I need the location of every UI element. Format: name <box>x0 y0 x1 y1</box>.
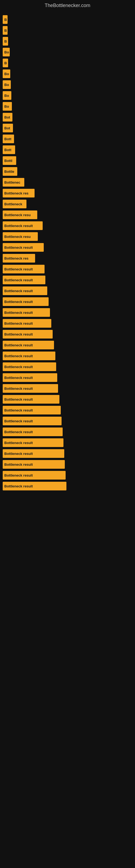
bar: Bottle <box>3 167 17 176</box>
bar-label: Bottleneck result <box>4 419 33 423</box>
bar-row: Bottleneck result <box>3 308 132 317</box>
bar-label: Bottleneck result <box>4 343 33 347</box>
bar: Bottleneck result <box>3 221 43 230</box>
bar-row: Bottleneck result <box>3 438 132 447</box>
bar: Bo <box>3 48 10 56</box>
bar-label: Bot <box>4 115 10 119</box>
bar-row: Bott <box>3 134 132 143</box>
bar: Bottleneck result <box>3 297 49 306</box>
bar: Bottleneck <box>3 199 27 208</box>
bar-label: Bottl <box>4 159 12 163</box>
bar-row: Bottleneck result <box>3 341 132 349</box>
bar: Bottleneck result <box>3 265 45 273</box>
bar: Bottleneck result <box>3 416 61 425</box>
bar-label: Bottleneck result <box>4 321 33 326</box>
bar-label: Bottleneck result <box>4 484 33 488</box>
bar: Bottleneck result <box>3 438 63 447</box>
bar-label: Bottleneck result <box>4 289 33 293</box>
bar-row: Bottleneck result <box>3 243 132 252</box>
bar: B <box>3 26 8 35</box>
bar: Bo <box>3 102 12 111</box>
bar-label: B <box>4 29 7 33</box>
bar-label: B <box>4 61 7 65</box>
bar-row: Bottl <box>3 156 132 165</box>
bar-row: Bottleneck result <box>3 319 132 328</box>
bar: Bottleneck result <box>3 286 47 295</box>
bar-row: Bottleneck result <box>3 449 132 458</box>
bar-row: Bottleneck result <box>3 276 132 284</box>
bar-label: Bottleneck result <box>4 408 33 412</box>
bar-label: Bottlenec <box>4 180 20 184</box>
bar-row: Bottleneck result <box>3 416 132 425</box>
bar: Bottleneck result <box>3 373 57 382</box>
bar-label: Bottleneck result <box>4 376 33 380</box>
bar: Bottleneck result <box>3 460 65 469</box>
bar-row: Bottleneck result <box>3 362 132 371</box>
bar-row: B <box>3 37 132 45</box>
bar-row: Bottleneck resu <box>3 232 132 241</box>
bar: B <box>3 37 8 45</box>
bar-label: Bottleneck result <box>4 463 33 467</box>
bar-row: Bo <box>3 48 132 56</box>
bar-row: Bottleneck result <box>3 351 132 360</box>
bar-label: Bo <box>4 83 9 87</box>
bar-row: Bot <box>3 113 132 122</box>
bar: B <box>3 59 8 67</box>
bar: B <box>3 15 8 24</box>
bar: Bott <box>3 145 15 154</box>
bar-row: Bottleneck result <box>3 471 132 479</box>
bar-label: Bottleneck result <box>4 311 33 315</box>
bar: Bottleneck result <box>3 330 53 339</box>
bar-label: Bottleneck result <box>4 278 33 282</box>
bar-row: Bottleneck result <box>3 265 132 273</box>
bar-row: Bottleneck res <box>3 254 132 262</box>
bar-row: Bo <box>3 102 132 111</box>
bar-row: Bottleneck result <box>3 373 132 382</box>
bar-label: Bott <box>4 148 11 152</box>
bar: Bottleneck result <box>3 319 51 328</box>
bar: Bottleneck result <box>3 482 66 490</box>
bar-row: Bottle <box>3 167 132 176</box>
bar-label: Bott <box>4 137 11 141</box>
bar-row: Bottleneck result <box>3 221 132 230</box>
bar-label: Bottleneck result <box>4 246 33 250</box>
bar: Bot <box>3 124 13 132</box>
bar-label: B <box>4 39 7 43</box>
bar: Bottleneck result <box>3 406 61 414</box>
bar-label: Bottleneck result <box>4 332 33 336</box>
bar-label: Bottleneck resu <box>4 213 31 217</box>
bar-label: Bottleneck res <box>4 191 29 195</box>
bar: Bottleneck result <box>3 276 45 284</box>
bar-label: Bo <box>4 50 9 54</box>
bar-row: Bo <box>3 91 132 100</box>
bar-label: Bottleneck result <box>4 386 33 391</box>
bar-label: Bottleneck result <box>4 224 33 228</box>
bar-row: Bo <box>3 69 132 78</box>
bar-row: Bottleneck resu <box>3 211 132 219</box>
bar-label: Bo <box>4 94 9 98</box>
bar-row: Bottleneck result <box>3 482 132 490</box>
bar: Bottlenec <box>3 178 24 187</box>
bar-row: B <box>3 59 132 67</box>
bar-label: Bottleneck result <box>4 452 33 456</box>
bar-label: Bottle <box>4 169 14 174</box>
bars-container: BBBBoBBoBoBoBoBotBotBottBottBottlBottleB… <box>0 10 135 495</box>
bar-label: Bottleneck <box>4 202 22 206</box>
bar: Bottleneck result <box>3 351 55 360</box>
bar: Bottleneck result <box>3 395 59 404</box>
bar-label: Bottleneck result <box>4 267 33 271</box>
bar: Bottleneck resu <box>3 232 38 241</box>
bar-label: Bottleneck result <box>4 473 33 477</box>
bar: Bo <box>3 80 11 89</box>
bar: Bottleneck result <box>3 341 54 349</box>
bar-row: Bottleneck result <box>3 297 132 306</box>
bar-label: Bo <box>4 104 9 108</box>
bar-label: Bottleneck resu <box>4 235 31 239</box>
bar-label: Bottleneck res <box>4 256 29 260</box>
bar: Bottleneck res <box>3 254 35 262</box>
bar-row: Bottleneck result <box>3 384 132 393</box>
bar: Bottleneck result <box>3 471 65 479</box>
bar: Bot <box>3 113 12 122</box>
bar-row: Bottleneck result <box>3 330 132 339</box>
bar-label: Bottleneck result <box>4 397 33 401</box>
